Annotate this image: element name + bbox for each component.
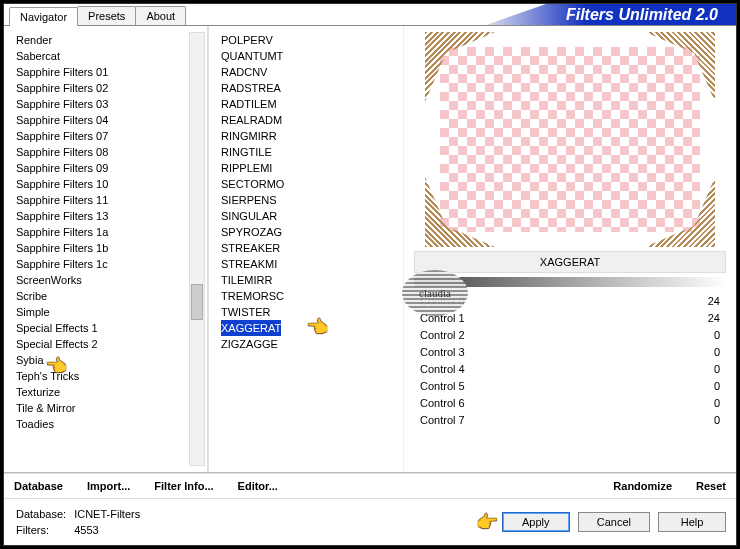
cancel-button[interactable]: Cancel	[578, 512, 650, 532]
control-row[interactable]: Control 124	[414, 310, 726, 327]
list-item[interactable]: ZIGZAGGE	[217, 336, 395, 352]
control-row[interactable]: Control 60	[414, 395, 726, 412]
editor-button[interactable]: Editor...	[238, 480, 278, 492]
list-item[interactable]: Teph's Tricks	[12, 368, 207, 384]
list-item[interactable]: Render	[12, 32, 207, 48]
list-item[interactable]: TILEMIRR	[217, 272, 395, 288]
list-item[interactable]: Sapphire Filters 1a	[12, 224, 207, 240]
control-label: Control 5	[420, 379, 465, 394]
category-scrollbar[interactable]	[189, 32, 205, 466]
preview-image	[425, 32, 715, 247]
footer: Database: ICNET-Filters Filters: 4553 👉 …	[4, 499, 736, 545]
control-row[interactable]: Control 50	[414, 378, 726, 395]
list-item[interactable]: Sapphire Filters 1b	[12, 240, 207, 256]
list-item[interactable]: Sapphire Filters 01	[12, 64, 207, 80]
control-row[interactable]: Control 30	[414, 344, 726, 361]
list-item[interactable]: REALRADM	[217, 112, 395, 128]
content-area: RenderSabercatSapphire Filters 01Sapphir…	[4, 26, 736, 473]
app-title: Filters Unlimited 2.0	[486, 4, 736, 25]
control-value: 24	[708, 311, 720, 326]
list-item[interactable]: Simple	[12, 304, 207, 320]
filter-list-pane: POLPERVQUANTUMTRADCNVRADSTREARADTILEMREA…	[209, 26, 404, 472]
list-item[interactable]: SPYROZAG	[217, 224, 395, 240]
database-button[interactable]: Database	[14, 480, 63, 492]
control-value: 0	[714, 396, 720, 411]
list-item[interactable]: Sapphire Filters 09	[12, 160, 207, 176]
apply-button[interactable]: Apply	[502, 512, 570, 532]
list-item[interactable]: Tile & Mirror	[12, 400, 207, 416]
list-item[interactable]: SECTORMO	[217, 176, 395, 192]
list-item[interactable]: POLPERV	[217, 32, 395, 48]
list-item[interactable]: QUANTUMT	[217, 48, 395, 64]
tab-navigator[interactable]: Navigator	[9, 7, 78, 26]
list-item[interactable]: XAGGERAT	[217, 320, 395, 336]
db-value: ICNET-Filters	[74, 507, 140, 521]
control-label: Control 1	[420, 311, 465, 326]
control-value: 24	[708, 294, 720, 309]
control-label: Control 4	[420, 362, 465, 377]
list-item[interactable]: RADCNV	[217, 64, 395, 80]
list-item[interactable]: RIPPLEMI	[217, 160, 395, 176]
titlebar: Navigator Presets About Filters Unlimite…	[4, 4, 736, 26]
list-item[interactable]: TREMORSC	[217, 288, 395, 304]
category-list-pane: RenderSabercatSapphire Filters 01Sapphir…	[4, 26, 209, 472]
control-label: Control 0	[420, 294, 465, 309]
list-item[interactable]: RADTILEM	[217, 96, 395, 112]
control-row[interactable]: Control 40	[414, 361, 726, 378]
list-item[interactable]: STREAKMI	[217, 256, 395, 272]
scrollbar-thumb[interactable]	[191, 284, 203, 320]
controls-list: Control 024Control 124Control 20Control …	[414, 293, 726, 429]
list-item[interactable]: Sapphire Filters 07	[12, 128, 207, 144]
list-item[interactable]: Sapphire Filters 03	[12, 96, 207, 112]
preview-pane: XAGGERAT Control 024Control 124Control 2…	[404, 26, 736, 472]
list-item[interactable]: Texturize	[12, 384, 207, 400]
pointer-icon: 👉	[476, 511, 498, 533]
list-item[interactable]: Sabercat	[12, 48, 207, 64]
filter-list[interactable]: POLPERVQUANTUMTRADCNVRADSTREARADTILEMREA…	[217, 32, 395, 352]
list-item[interactable]: Scribe	[12, 288, 207, 304]
stats-table: Database: ICNET-Filters Filters: 4553	[14, 505, 142, 539]
control-row[interactable]: Control 024	[414, 293, 726, 310]
filter-info-button[interactable]: Filter Info...	[154, 480, 213, 492]
list-item[interactable]: Toadies	[12, 416, 207, 432]
category-list[interactable]: RenderSabercatSapphire Filters 01Sapphir…	[12, 32, 207, 432]
control-value: 0	[714, 362, 720, 377]
list-item[interactable]: RINGTILE	[217, 144, 395, 160]
control-value: 0	[714, 328, 720, 343]
list-item[interactable]: Special Effects 1	[12, 320, 207, 336]
filters-count-label: Filters:	[16, 523, 72, 537]
reset-button[interactable]: Reset	[696, 480, 726, 492]
help-button[interactable]: Help	[658, 512, 726, 532]
tab-presets[interactable]: Presets	[77, 6, 136, 25]
list-item[interactable]: Sybia	[12, 352, 207, 368]
list-item[interactable]: Sapphire Filters 13	[12, 208, 207, 224]
list-item[interactable]: SINGULAR	[217, 208, 395, 224]
filter-name-label: XAGGERAT	[414, 251, 726, 273]
gradient-strip	[414, 277, 726, 287]
db-label: Database:	[16, 507, 72, 521]
tab-about[interactable]: About	[135, 6, 186, 25]
list-item[interactable]: Sapphire Filters 11	[12, 192, 207, 208]
list-item[interactable]: STREAKER	[217, 240, 395, 256]
import-button[interactable]: Import...	[87, 480, 130, 492]
list-item[interactable]: TWISTER	[217, 304, 395, 320]
list-item[interactable]: SIERPENS	[217, 192, 395, 208]
control-label: Control 7	[420, 413, 465, 428]
list-item[interactable]: Sapphire Filters 08	[12, 144, 207, 160]
control-row[interactable]: Control 20	[414, 327, 726, 344]
tab-strip: Navigator Presets About	[4, 4, 186, 25]
control-row[interactable]: Control 70	[414, 412, 726, 429]
randomize-button[interactable]: Randomize	[613, 480, 672, 492]
control-value: 0	[714, 379, 720, 394]
checker-background	[440, 47, 700, 232]
control-value: 0	[714, 413, 720, 428]
list-item[interactable]: Sapphire Filters 1c	[12, 256, 207, 272]
list-item[interactable]: Sapphire Filters 04	[12, 112, 207, 128]
list-item[interactable]: Sapphire Filters 02	[12, 80, 207, 96]
list-item[interactable]: RADSTREA	[217, 80, 395, 96]
list-item[interactable]: RINGMIRR	[217, 128, 395, 144]
list-item[interactable]: ScreenWorks	[12, 272, 207, 288]
list-item[interactable]: Sapphire Filters 10	[12, 176, 207, 192]
list-item[interactable]: Special Effects 2	[12, 336, 207, 352]
control-label: Control 3	[420, 345, 465, 360]
